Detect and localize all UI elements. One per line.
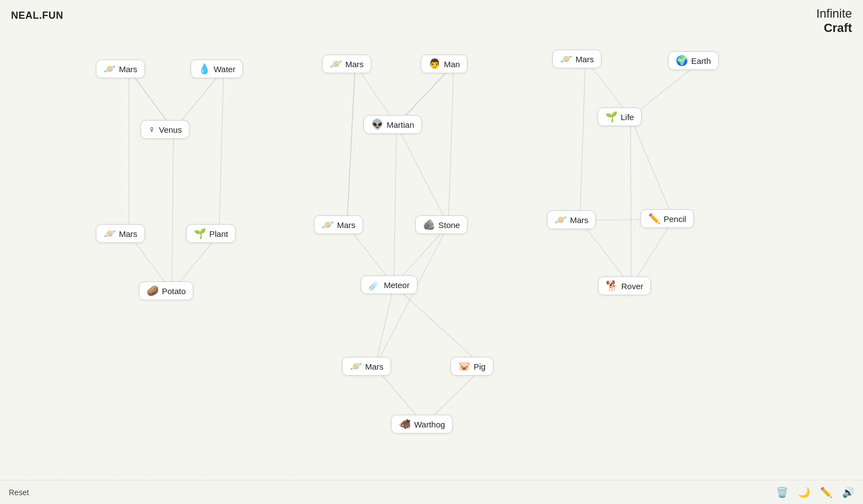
node-label-venus1: Venus <box>159 125 182 134</box>
node-label-mars3: Mars <box>576 55 594 64</box>
node-label-mars6: Mars <box>570 215 588 225</box>
node-pig1[interactable]: 🐷Pig <box>451 357 493 376</box>
node-label-martian1: Martian <box>387 120 414 129</box>
node-emoji-water1: 💧 <box>198 64 210 74</box>
svg-line-24 <box>394 285 484 367</box>
node-emoji-plant1: 🌱 <box>194 229 206 239</box>
node-label-mars4: Mars <box>119 229 137 239</box>
node-mars2[interactable]: 🪐Mars <box>322 55 371 73</box>
node-label-rover1: Rover <box>621 281 643 291</box>
svg-line-23 <box>375 225 448 367</box>
node-emoji-mars3: 🪐 <box>560 54 572 64</box>
bottom-icons: 🗑️ 🌙 ✏️ 🔊 <box>776 486 854 498</box>
node-label-plant1: Plant <box>209 229 228 239</box>
svg-line-12 <box>394 125 397 285</box>
node-emoji-mars1: 🪐 <box>104 64 116 74</box>
node-label-mars1: Mars <box>119 64 137 74</box>
svg-line-20 <box>631 117 674 219</box>
node-emoji-earth1: 🌍 <box>676 56 688 66</box>
node-emoji-pig1: 🐷 <box>458 361 470 371</box>
node-emoji-mars4: 🪐 <box>104 229 116 239</box>
node-emoji-martian1: 👽 <box>371 120 383 129</box>
node-label-stone1: Stone <box>438 220 460 230</box>
node-meteor1[interactable]: ☄️Meteor <box>361 275 417 294</box>
node-emoji-mars6: 🪐 <box>555 215 567 225</box>
node-label-meteor1: Meteor <box>384 280 410 290</box>
pencil-icon[interactable]: ✏️ <box>820 486 832 498</box>
node-man1[interactable]: 👨Man <box>421 55 468 73</box>
node-earth1[interactable]: 🌍Earth <box>668 51 719 70</box>
svg-line-27 <box>347 64 355 225</box>
node-mars7[interactable]: 🪐Mars <box>342 357 391 376</box>
node-label-man1: Man <box>444 59 460 69</box>
node-emoji-mars5: 🪐 <box>322 220 334 230</box>
node-martian1[interactable]: 👽Martian <box>363 115 422 134</box>
node-label-water1: Water <box>214 64 235 74</box>
node-plant1[interactable]: 🌱Plant <box>186 224 236 243</box>
node-label-potato1: Potato <box>162 286 186 296</box>
node-emoji-warthog1: 🐗 <box>399 419 411 429</box>
svg-line-10 <box>347 64 355 225</box>
node-emoji-stone1: 🪨 <box>423 220 435 230</box>
svg-line-19 <box>580 59 585 220</box>
trash-icon[interactable]: 🗑️ <box>776 486 788 498</box>
node-emoji-mars7: 🪐 <box>350 361 362 371</box>
node-emoji-mars2: 🪐 <box>330 59 342 69</box>
node-mars4[interactable]: 🪐Mars <box>96 224 145 243</box>
node-warthog1[interactable]: 🐗Warthog <box>391 415 453 433</box>
node-label-warthog1: Warthog <box>414 420 445 429</box>
svg-line-30 <box>219 69 224 234</box>
node-potato1[interactable]: 🥔Potato <box>139 281 193 300</box>
node-label-earth1: Earth <box>691 56 711 66</box>
node-label-pencil1: Pencil <box>664 214 686 224</box>
moon-icon[interactable]: 🌙 <box>798 486 810 498</box>
node-pencil1[interactable]: ✏️Pencil <box>641 209 694 228</box>
svg-line-17 <box>448 64 454 225</box>
node-life1[interactable]: 🌱Life <box>598 107 642 126</box>
reset-button[interactable]: Reset <box>9 488 29 497</box>
node-stone1[interactable]: 🪨Stone <box>415 215 468 234</box>
node-emoji-pencil1: ✏️ <box>648 214 660 224</box>
svg-line-18 <box>397 125 448 225</box>
node-mars6[interactable]: 🪐Mars <box>547 210 596 229</box>
node-label-pig1: Pig <box>474 362 486 371</box>
sound-icon[interactable]: 🔊 <box>842 486 854 498</box>
node-emoji-life1: 🌱 <box>605 112 617 122</box>
node-emoji-man1: 👨 <box>428 59 441 69</box>
node-water1[interactable]: 💧Water <box>191 59 243 78</box>
node-label-mars2: Mars <box>345 59 363 69</box>
node-emoji-potato1: 🥔 <box>146 286 159 296</box>
node-venus1[interactable]: ♀Venus <box>140 120 189 139</box>
brand: Infinite Craft <box>816 7 852 36</box>
node-rover1[interactable]: 🐕Rover <box>598 277 651 295</box>
node-mars3[interactable]: 🪐Mars <box>552 50 601 68</box>
svg-line-15 <box>631 117 631 286</box>
node-emoji-venus1: ♀ <box>148 124 156 134</box>
logo: NEAL.FUN <box>11 10 63 21</box>
node-label-mars7: Mars <box>365 362 383 371</box>
bottom-bar: Reset 🗑️ 🌙 ✏️ 🔊 <box>0 480 863 504</box>
svg-line-7 <box>172 130 173 291</box>
brand-line1: Infinite <box>816 7 852 21</box>
node-label-life1: Life <box>621 112 634 122</box>
svg-line-22 <box>375 285 394 367</box>
node-emoji-meteor1: ☄️ <box>368 280 381 290</box>
node-mars1[interactable]: 🪐Mars <box>96 59 145 78</box>
node-emoji-rover1: 🐕 <box>606 281 618 291</box>
brand-line2: Craft <box>816 21 852 35</box>
node-label-mars5: Mars <box>337 220 355 230</box>
node-mars5[interactable]: 🪐Mars <box>314 215 363 234</box>
